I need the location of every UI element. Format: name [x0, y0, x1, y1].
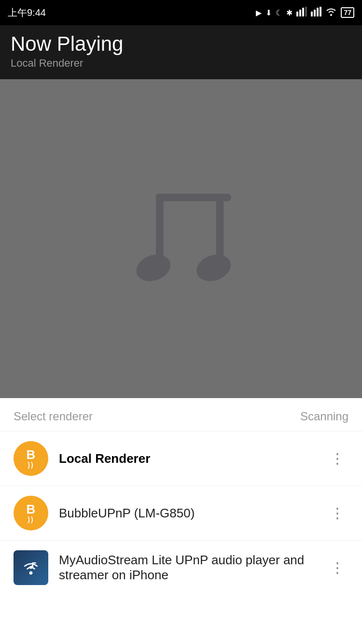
- album-art: [0, 79, 362, 398]
- svg-point-8: [330, 14, 332, 16]
- svg-rect-10: [156, 194, 164, 263]
- renderer-list: B )) Local Renderer ⋮ B )) BubbleUPnP (L…: [0, 431, 362, 595]
- renderer-name-bubbleupnp: BubbleUPnP (LM-G850): [59, 506, 326, 521]
- renderer-menu-local[interactable]: ⋮: [326, 447, 348, 470]
- renderer-menu-bubbleupnp[interactable]: ⋮: [326, 502, 348, 524]
- renderer-avatar-local: B )): [14, 441, 48, 476]
- svg-rect-2: [302, 8, 304, 16]
- music-note-icon: [118, 175, 244, 302]
- header-subtitle: Local Renderer: [11, 57, 351, 70]
- bubbleupnp-waves-2: )): [28, 515, 34, 523]
- status-time: 上午9:44: [8, 6, 46, 19]
- renderer-menu-myaudiostream[interactable]: ⋮: [326, 557, 348, 579]
- bubbleupnp-waves: )): [28, 461, 34, 469]
- status-icons: ▶ ⬇ ☾ ✱ 77: [256, 7, 354, 18]
- svg-rect-16: [32, 562, 36, 564]
- play-icon: ▶: [256, 8, 262, 17]
- svg-point-14: [29, 572, 33, 575]
- renderer-item-bubbleupnp[interactable]: B )) BubbleUPnP (LM-G850) ⋮: [0, 486, 362, 540]
- download-icon: ⬇: [265, 8, 272, 17]
- moon-icon: ☾: [276, 8, 282, 17]
- renderer-item-myaudiostream[interactable]: MyAudioStream Lite UPnP audio player and…: [0, 540, 362, 595]
- bubbleupnp-letter-2: B: [27, 503, 36, 515]
- signal-icon-1: [296, 7, 307, 18]
- renderer-name-local: Local Renderer: [59, 451, 326, 466]
- wifi-icon: [325, 7, 337, 18]
- bluetooth-icon: ✱: [286, 8, 292, 17]
- select-renderer-label: Select renderer: [14, 410, 93, 423]
- svg-point-11: [133, 250, 174, 286]
- svg-rect-6: [317, 8, 319, 16]
- svg-rect-12: [216, 194, 224, 263]
- svg-rect-0: [296, 12, 298, 16]
- svg-rect-4: [311, 12, 313, 16]
- renderer-header: Select renderer Scanning: [0, 398, 362, 431]
- status-bar: 上午9:44 ▶ ⬇ ☾ ✱ 77: [0, 0, 362, 25]
- header: Now Playing Local Renderer: [0, 25, 362, 79]
- svg-point-13: [193, 250, 235, 286]
- signal-icon-2: [311, 7, 321, 18]
- renderer-section: Select renderer Scanning B )) Local Rend…: [0, 398, 362, 595]
- battery-icon: 77: [341, 7, 354, 18]
- renderer-avatar-myaudiostream: [14, 550, 48, 585]
- bubbleupnp-letter: B: [27, 448, 36, 461]
- svg-rect-5: [314, 10, 316, 16]
- renderer-avatar-bubbleupnp: B )): [14, 496, 48, 530]
- scanning-label: Scanning: [300, 410, 348, 423]
- page-title: Now Playing: [11, 33, 351, 55]
- renderer-item-local[interactable]: B )) Local Renderer ⋮: [0, 431, 362, 486]
- svg-rect-1: [299, 10, 301, 16]
- renderer-name-myaudiostream: MyAudioStream Lite UPnP audio player and…: [59, 553, 326, 583]
- svg-rect-3: [305, 7, 307, 16]
- svg-rect-7: [320, 7, 321, 16]
